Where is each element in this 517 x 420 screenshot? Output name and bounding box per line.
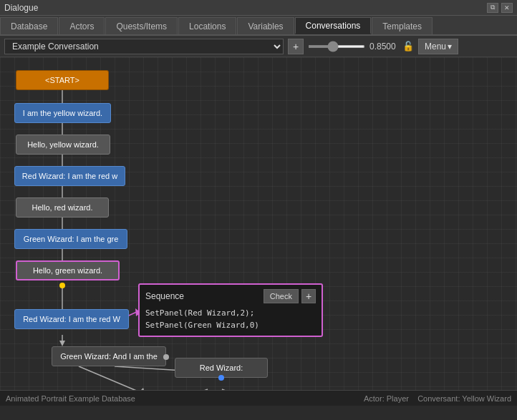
- title-bar: Dialogue ⧉ ✕: [0, 0, 517, 16]
- title-bar-controls: ⧉ ✕: [487, 3, 513, 13]
- sequence-btns: Check +: [264, 289, 316, 303]
- tab-conversations[interactable]: Conversations: [295, 17, 372, 34]
- node-start[interactable]: <START>: [16, 70, 109, 90]
- tab-variables[interactable]: Variables: [237, 17, 294, 34]
- tab-locations[interactable]: Locations: [178, 17, 236, 34]
- node-n1[interactable]: I am the yellow wizard.: [14, 103, 111, 123]
- toolbar: Example Conversation + 0.8500 🔓 Menu ▾: [0, 36, 517, 57]
- sequence-popup: Sequence Check + SetPanel(Red Wizard,2);…: [138, 283, 323, 337]
- node-n2[interactable]: Hello, yellow wizard.: [16, 135, 110, 155]
- canvas-area: <START> I am the yellow wizard. Hello, y…: [0, 57, 517, 406]
- status-bar: Animated Portrait Example Database Actor…: [0, 390, 517, 406]
- node-n7[interactable]: Red Wizard: I am the red W: [14, 309, 129, 329]
- menu-btn[interactable]: Menu ▾: [418, 39, 458, 54]
- status-right: Actor: Player Conversant: Yellow Wizard: [364, 394, 511, 403]
- add-conversation-btn[interactable]: +: [288, 39, 304, 54]
- status-actor: Actor: Player: [364, 394, 409, 403]
- check-btn[interactable]: Check: [264, 289, 299, 303]
- zoom-slider[interactable]: [308, 45, 365, 48]
- node-n3[interactable]: Red Wizard: I am the red w: [14, 166, 125, 186]
- plus-btn[interactable]: +: [301, 289, 316, 303]
- tab-quests-items[interactable]: Quests/Items: [105, 17, 178, 34]
- tab-database[interactable]: Database: [0, 17, 58, 34]
- resize-btn[interactable]: ⧉: [487, 3, 498, 13]
- close-btn[interactable]: ✕: [501, 3, 513, 13]
- sequence-title: Sequence: [145, 291, 184, 301]
- node-n5[interactable]: Green Wizard: I am the gre: [14, 229, 127, 249]
- node-n4[interactable]: Hello, red wizard.: [16, 197, 109, 218]
- code-line-2: SetPanel(Green Wizard,0): [145, 320, 316, 332]
- status-conversant: Conversant: Yellow Wizard: [417, 394, 511, 403]
- dot-yellow-n6: [59, 283, 65, 288]
- svg-marker-14: [59, 341, 65, 346]
- node-n8[interactable]: Green Wizard: And I am the: [52, 346, 166, 366]
- tab-templates[interactable]: Templates: [372, 17, 433, 34]
- status-left: Animated Portrait Example Database: [6, 394, 135, 403]
- sequence-header: Sequence Check +: [145, 289, 316, 303]
- conversation-select[interactable]: Example Conversation: [4, 39, 284, 54]
- lock-icon[interactable]: 🔓: [402, 41, 414, 52]
- dot-n8-right: [163, 354, 169, 360]
- code-line-1: SetPanel(Red Wizard,2);: [145, 308, 316, 320]
- tab-bar: Database Actors Quests/Items Locations V…: [0, 16, 517, 36]
- node-n9[interactable]: Red Wizard:: [175, 358, 268, 378]
- tab-actors[interactable]: Actors: [59, 17, 105, 34]
- zoom-value: 0.8500: [369, 41, 398, 52]
- node-n6[interactable]: Hello, green wizard.: [16, 260, 120, 280]
- sequence-code: SetPanel(Red Wizard,2); SetPanel(Green W…: [145, 308, 316, 331]
- title-bar-label: Dialogue: [4, 3, 38, 13]
- dot-n9: [218, 375, 224, 381]
